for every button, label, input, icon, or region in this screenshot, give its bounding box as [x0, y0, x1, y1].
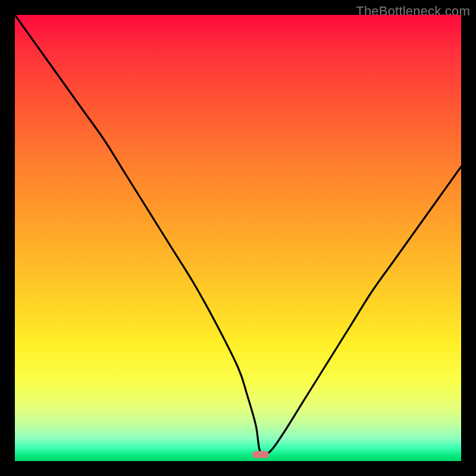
chart-stage: TheBottleneck.com — [0, 0, 476, 476]
optimal-marker — [252, 451, 269, 458]
bottleneck-curve — [15, 15, 461, 461]
plot-area — [15, 15, 461, 461]
